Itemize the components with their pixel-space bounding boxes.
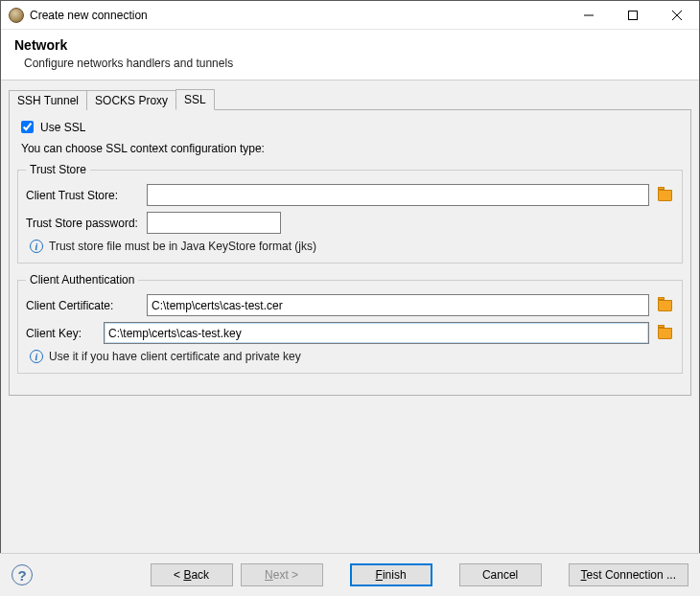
help-button[interactable]: ? [12,564,33,585]
client-auth-info-text: Use it if you have client certificate an… [49,350,301,363]
cancel-button[interactable]: Cancel [459,563,542,586]
trust-store-password-label: Trust Store password: [26,217,141,230]
client-trust-store-input[interactable] [147,184,649,206]
trust-store-info-text: Trust store file must be in Java KeyStor… [49,240,316,253]
tab-socks-proxy[interactable]: SOCKS Proxy [86,90,176,110]
folder-icon [658,328,672,339]
trust-store-group: Trust Store Client Trust Store: Trust St… [17,163,683,264]
client-auth-legend: Client Authentication [26,273,138,287]
trust-store-password-input[interactable] [147,212,281,234]
browse-client-key-button[interactable] [655,324,674,343]
trust-store-legend: Trust Store [26,163,90,176]
back-button[interactable]: < Back [151,563,233,586]
ssl-context-description: You can choose SSL context configuration… [21,142,683,155]
folder-icon [658,300,672,311]
finish-button[interactable]: Finish [350,563,432,586]
svg-rect-1 [629,11,638,19]
client-certificate-label: Client Certificate: [26,299,141,312]
tabs: SSH Tunnel SOCKS Proxy SSL [9,88,691,110]
close-button[interactable] [655,1,699,30]
client-trust-store-label: Client Trust Store: [26,189,141,202]
info-icon: i [30,240,43,253]
titlebar: Create new connection [1,1,699,30]
maximize-button[interactable] [611,1,655,30]
info-icon: i [30,350,43,363]
content-area: SSH Tunnel SOCKS Proxy SSL Use SSL You c… [1,80,699,396]
page-subtitle: Configure networks handlers and tunnels [24,57,686,70]
client-key-input[interactable] [104,322,649,344]
client-key-label: Client Key: [26,327,98,340]
window-title: Create new connection [30,9,567,22]
app-icon [9,8,24,23]
wizard-banner: Network Configure networks handlers and … [1,30,699,80]
use-ssl-label: Use SSL [40,121,85,134]
minimize-button[interactable] [567,1,611,30]
use-ssl-checkbox[interactable] [21,121,34,133]
page-heading: Network [14,37,686,53]
wizard-button-bar: ? < Back Next > Finish Cancel Test Conne… [0,553,700,596]
client-auth-group: Client Authentication Client Certificate… [17,273,683,374]
client-certificate-input[interactable] [147,294,649,316]
browse-client-cert-button[interactable] [655,296,674,315]
tab-ssl[interactable]: SSL [175,89,215,110]
next-button[interactable]: Next > [241,563,323,586]
browse-trust-store-button[interactable] [655,186,674,205]
folder-icon [658,190,672,201]
test-connection-button[interactable]: Test Connection ... [569,563,688,586]
tab-panel-ssl: Use SSL You can choose SSL context confi… [9,110,691,396]
tab-ssh-tunnel[interactable]: SSH Tunnel [9,90,87,110]
